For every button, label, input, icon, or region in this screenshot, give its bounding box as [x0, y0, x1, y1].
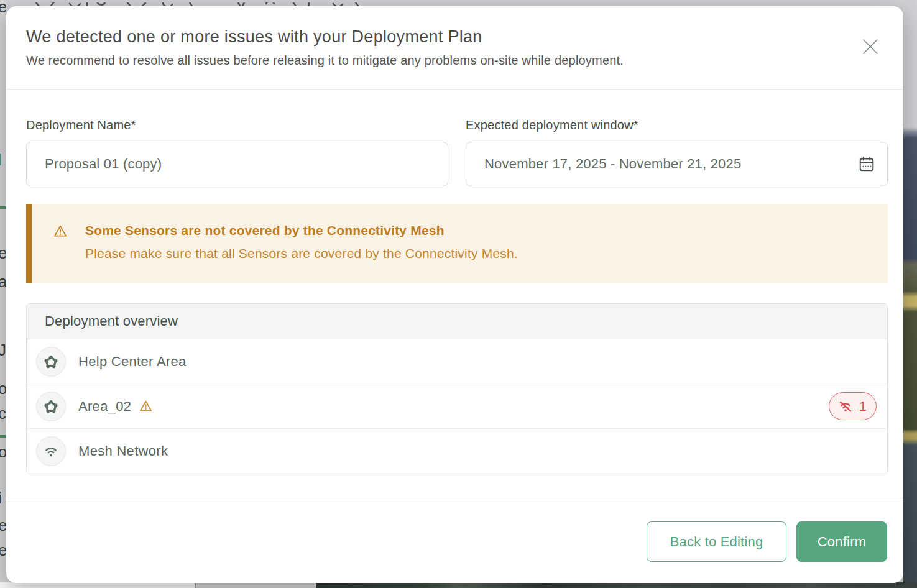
issue-count: 1 [859, 398, 867, 415]
dialog-footer: Back to Editing Confirm [6, 498, 903, 583]
warning-title: Some Sensors are not covered by the Conn… [85, 223, 518, 238]
warning-triangle-icon [53, 224, 68, 241]
background-text-fragment: a [0, 272, 6, 292]
warning-banner: Some Sensors are not covered by the Conn… [26, 204, 888, 283]
background-text-fragment: e [0, 0, 6, 17]
background-text-fragment: e [0, 244, 6, 263]
deployment-window-field-group: Expected deployment window* November 17,… [466, 118, 888, 186]
warning-texts: Some Sensors are not covered by the Conn… [85, 223, 518, 261]
area-pentagon-icon [43, 398, 59, 415]
dialog-title: We detected one or more issues with your… [26, 27, 877, 47]
deployment-window-value: November 17, 2025 - November 21, 2025 [484, 156, 741, 172]
row-label: Mesh Network [78, 443, 168, 459]
deployment-overview-panel: Deployment overview Help Center [26, 303, 888, 474]
background-text-fragment: c [0, 404, 6, 423]
background-text-fragment: o [0, 379, 6, 398]
background-bottom-panel: mount of [0, 582, 196, 588]
back-to-editing-button[interactable]: Back to Editing [647, 521, 786, 562]
background-text-fragment: J [0, 341, 6, 360]
background-top-sliver [0, 0, 917, 6]
calendar-icon[interactable] [858, 155, 875, 173]
background-photo-sliver [903, 0, 917, 588]
dialog-subtitle: We recommend to resolve all issues befor… [26, 53, 877, 68]
overview-row-area-02[interactable]: Area_02 [27, 384, 887, 429]
deployment-window-input[interactable]: November 17, 2025 - November 21, 2025 [466, 142, 888, 186]
background-cut-text: mount of [0, 582, 116, 588]
wifi-off-icon [837, 398, 854, 415]
confirm-button[interactable]: Confirm [796, 521, 887, 562]
dialog-body: Deployment Name* Proposal 01 (copy) Expe… [6, 118, 903, 474]
avatar [36, 347, 66, 377]
deployment-name-input[interactable]: Proposal 01 (copy) [26, 142, 448, 186]
wifi-icon [42, 443, 60, 460]
background-text-fragment: i [0, 489, 6, 508]
deployment-window-label: Expected deployment window* [466, 118, 888, 132]
background-bottom-sliver: mount of [0, 582, 917, 588]
background-text-fragment: e [0, 541, 6, 560]
connectivity-issue-badge: 1 [829, 392, 877, 420]
background-green-accent [0, 206, 6, 209]
avatar [36, 436, 66, 466]
warning-message: Please make sure that all Sensors are co… [85, 246, 518, 261]
close-button[interactable] [860, 36, 881, 57]
close-icon [860, 36, 881, 57]
deployment-overview-header: Deployment overview [27, 304, 887, 339]
row-warning-triangle-icon [139, 399, 153, 413]
background-text-fragment: l [0, 150, 6, 170]
area-pentagon-icon [43, 354, 59, 370]
row-label: Area_02 [78, 398, 131, 415]
background-green-accent [0, 435, 6, 438]
deployment-name-field-group: Deployment Name* Proposal 01 (copy) [26, 118, 448, 186]
deployment-name-label: Deployment Name* [26, 118, 448, 132]
overview-row-mesh-network[interactable]: Mesh Network [27, 429, 887, 474]
background-text-fragment: o [0, 443, 6, 462]
background-bottom-gutter [197, 582, 315, 588]
background-left-sliver: e l e a J o c o i e e [0, 0, 6, 588]
background-map-sliver [316, 582, 917, 588]
row-label: Help Center Area [78, 354, 187, 370]
deployment-issues-dialog: We detected one or more issues with your… [6, 6, 903, 583]
avatar [36, 392, 66, 421]
background-text-fragment: e [0, 516, 6, 535]
overview-row-help-center-area[interactable]: Help Center Area [27, 339, 887, 384]
deployment-name-value: Proposal 01 (copy) [45, 156, 162, 172]
dialog-header: We detected one or more issues with your… [6, 6, 903, 90]
form-fields-row: Deployment Name* Proposal 01 (copy) Expe… [26, 118, 888, 186]
